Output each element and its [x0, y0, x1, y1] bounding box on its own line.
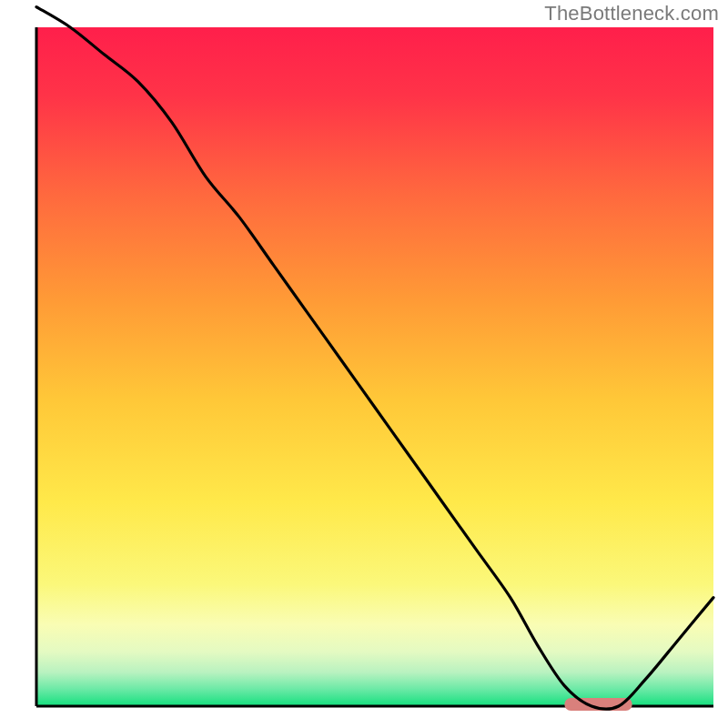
chart-container: TheBottleneck.com: [0, 0, 728, 728]
plot-background: [36, 27, 713, 706]
bottleneck-chart: [0, 0, 728, 728]
